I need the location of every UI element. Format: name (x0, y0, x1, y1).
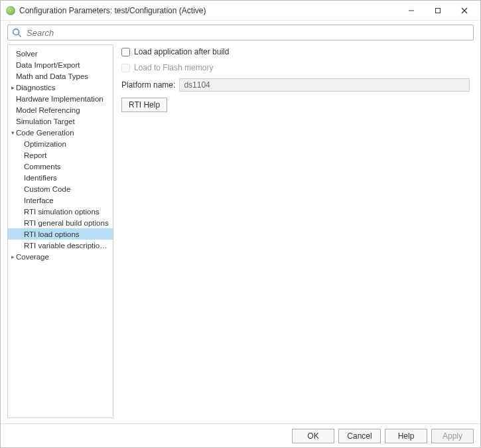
app-icon (6, 6, 15, 15)
content-pane: Load application after build Load to Fla… (120, 44, 474, 418)
tree-item[interactable]: Custom Code (8, 183, 113, 194)
tree-item[interactable]: Report (8, 149, 113, 161)
svg-rect-1 (436, 8, 441, 13)
svg-line-5 (19, 35, 21, 37)
titlebar: Configuration Parameters: test/Configura… (1, 1, 480, 21)
platform-label: Platform name: (121, 80, 175, 90)
load-to-flash-row: Load to Flash memory (121, 62, 470, 74)
tree-item-label: Code Generation (16, 129, 74, 137)
tree-item[interactable]: RTI simulation options (8, 206, 113, 217)
minimize-icon (408, 7, 415, 14)
tree-item[interactable]: Hardware Implementation (8, 93, 113, 104)
close-button[interactable] (451, 1, 478, 20)
tree-item[interactable]: ▸Diagnostics (8, 82, 113, 93)
tree-item-label: RTI variable description fil… (24, 242, 110, 250)
config-params-window: Configuration Parameters: test/Configura… (0, 0, 481, 448)
search-input[interactable] (25, 27, 469, 38)
chevron-right-icon[interactable]: ▸ (9, 84, 16, 91)
maximize-button[interactable] (425, 1, 451, 20)
window-title: Configuration Parameters: test/Configura… (19, 6, 398, 15)
chevron-down-icon[interactable]: ▾ (9, 129, 16, 136)
ok-button[interactable]: OK (292, 429, 334, 443)
tree-item[interactable]: Interface (8, 194, 113, 206)
tree-item-label: Hardware Implementation (16, 95, 103, 103)
tree-item[interactable]: RTI variable description fil… (8, 240, 113, 251)
dialog-body: SolverData Import/ExportMath and Data Ty… (1, 44, 480, 423)
dialog-footer: OK Cancel Help Apply (1, 423, 480, 447)
tree-item-label: Solver (16, 50, 38, 58)
help-button[interactable]: Help (385, 429, 427, 443)
tree-item-label: Report (24, 151, 47, 159)
tree-item[interactable]: ▸Coverage (8, 251, 113, 262)
tree-item-label: Data Import/Export (16, 61, 80, 69)
nav-tree[interactable]: SolverData Import/ExportMath and Data Ty… (7, 44, 113, 418)
tree-item[interactable]: RTI load options (8, 228, 113, 240)
load-to-flash-checkbox (121, 64, 130, 72)
tree-item[interactable]: Data Import/Export (8, 59, 113, 70)
tree-item-label: RTI load options (24, 230, 80, 238)
tree-item[interactable]: ▾Code Generation (8, 127, 113, 138)
rti-help-button[interactable]: RTI Help (121, 98, 167, 112)
apply-button: Apply (431, 429, 474, 443)
tree-item[interactable]: Comments (8, 161, 113, 172)
tree-item-label: Interface (24, 196, 54, 204)
tree-item-label: Simulation Target (16, 117, 75, 125)
chevron-right-icon[interactable]: ▸ (9, 254, 16, 260)
platform-row: Platform name: (121, 78, 470, 92)
tree-item-label: Diagnostics (16, 84, 55, 92)
tree-item[interactable]: Solver (8, 48, 113, 59)
searchbar[interactable] (7, 25, 474, 40)
search-icon (12, 28, 21, 37)
load-after-build-row: Load application after build (121, 46, 470, 58)
rti-help-row: RTI Help (121, 98, 470, 112)
close-icon (461, 7, 468, 14)
tree-item-label: Math and Data Types (16, 72, 88, 80)
tree-item-label: RTI general build options (24, 219, 109, 227)
tree-item-label: Comments (24, 163, 61, 171)
tree-item[interactable]: Simulation Target (8, 115, 113, 127)
window-buttons (398, 1, 478, 20)
load-to-flash-label: Load to Flash memory (134, 63, 213, 72)
maximize-icon (435, 7, 441, 14)
tree-item-label: Identifiers (24, 174, 57, 182)
searchbar-container (1, 21, 480, 44)
tree-item[interactable]: Math and Data Types (8, 70, 113, 82)
platform-name-field[interactable] (179, 78, 470, 92)
load-after-build-label: Load application after build (134, 47, 229, 56)
tree-item-label: RTI simulation options (24, 208, 100, 216)
tree-item[interactable]: Identifiers (8, 172, 113, 183)
tree-item[interactable]: RTI general build options (8, 217, 113, 228)
cancel-button[interactable]: Cancel (338, 429, 381, 443)
tree-item[interactable]: Model Referencing (8, 104, 113, 115)
tree-item[interactable]: Optimization (8, 138, 113, 149)
load-after-build-checkbox[interactable] (121, 48, 130, 56)
tree-item-label: Optimization (24, 140, 66, 148)
minimize-button[interactable] (398, 1, 425, 20)
tree-item-label: Custom Code (24, 185, 70, 193)
tree-item-label: Coverage (16, 253, 49, 261)
tree-item-label: Model Referencing (16, 106, 80, 114)
